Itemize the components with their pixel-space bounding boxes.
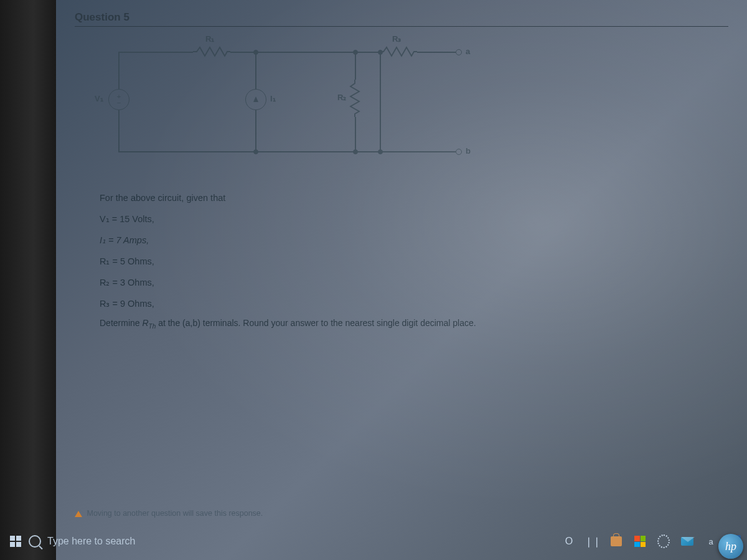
laptop-bezel xyxy=(0,0,56,560)
v1-label: V₁ xyxy=(95,94,103,103)
current-source-i1 xyxy=(245,89,266,110)
i1-label: I₁ xyxy=(270,94,276,103)
terminal-b-label: b xyxy=(466,146,471,156)
warning-icon xyxy=(75,511,82,517)
settings-icon[interactable] xyxy=(657,535,670,548)
circuit-diagram: a b +− V₁ I₁ R₂ R₁ R₃ xyxy=(93,33,492,176)
given-i1: I₁ = 7 Amps, xyxy=(100,230,728,251)
instruction: Determine RTh at the (a,b) terminals. Ro… xyxy=(100,318,728,330)
terminal-b xyxy=(456,149,462,155)
taskbar-search[interactable]: Type here to search xyxy=(29,535,135,548)
windows-taskbar: Type here to search O ❘❘ a ❯ xyxy=(0,529,747,554)
question-page: Question 5 a b +− V₁ I₁ xyxy=(56,0,747,523)
store-icon[interactable] xyxy=(610,535,622,548)
start-button[interactable] xyxy=(10,536,21,547)
terminal-a xyxy=(456,49,462,55)
ms-store-icon[interactable] xyxy=(634,535,646,548)
given-r2: R₂ = 3 Ohms, xyxy=(100,272,728,293)
resistor-r1 xyxy=(193,46,230,57)
given-values: For the above circuit, given that V₁ = 1… xyxy=(100,187,728,314)
voltage-source-v1: +− xyxy=(108,89,129,110)
r2-label: R₂ xyxy=(337,93,346,102)
search-placeholder: Type here to search xyxy=(47,536,135,547)
given-r1: R₁ = 5 Ohms, xyxy=(100,251,728,272)
question-heading: Question 5 xyxy=(75,11,728,27)
resistor-r2 xyxy=(349,80,360,117)
terminal-a-label: a xyxy=(466,47,470,56)
tray-item-a[interactable]: a xyxy=(705,535,717,548)
hp-logo: hp xyxy=(718,534,743,559)
taskbar-tray: O ❘❘ a ❯ xyxy=(563,535,741,548)
r3-label: R₃ xyxy=(392,34,401,44)
cortana-icon[interactable]: O xyxy=(563,535,575,548)
search-icon xyxy=(29,535,41,548)
mail-icon[interactable] xyxy=(681,535,693,548)
resistor-r3 xyxy=(380,46,417,57)
save-warning: Moving to another question will save thi… xyxy=(75,509,263,518)
given-intro: For the above circuit, given that xyxy=(100,187,728,208)
given-v1: V₁ = 15 Volts, xyxy=(100,208,728,230)
r1-label: R₁ xyxy=(205,34,214,44)
given-r3: R₃ = 9 Ohms, xyxy=(100,293,728,314)
taskview-icon[interactable]: ❘❘ xyxy=(586,535,599,548)
